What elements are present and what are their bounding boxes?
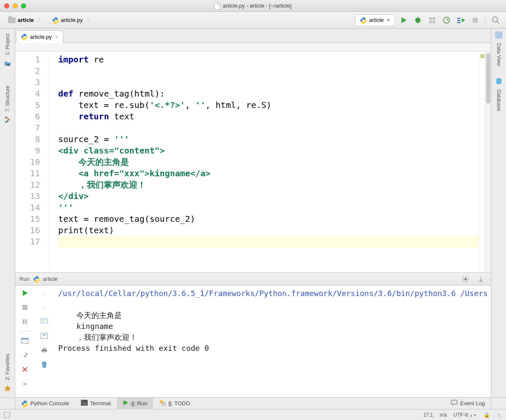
chevron-right-icon: 〉 (38, 16, 43, 24)
run-hide-icon[interactable]: ⤓ (475, 273, 487, 285)
file-encoding[interactable]: UTF-8 ▲▼ (454, 412, 477, 418)
window-title: article.py - article - [~/article] (215, 2, 292, 10)
stop-button[interactable] (469, 14, 481, 26)
editor-gutter: 1234567891011121314151617 (15, 51, 50, 272)
close-window-button[interactable] (4, 3, 9, 8)
python-file-icon (21, 33, 27, 40)
up-button[interactable]: ↑ (39, 288, 49, 298)
tool-database-tab[interactable]: Database (496, 87, 502, 113)
tool-database-label: Database (496, 89, 502, 111)
toolbar-separator (485, 16, 486, 25)
svg-rect-23 (81, 400, 88, 406)
editor-tab-label: article.py (30, 34, 52, 40)
wrap-button[interactable] (39, 317, 49, 327)
profile-button[interactable] (441, 14, 452, 26)
dropdown-triangle-icon: ▼ (386, 18, 390, 22)
editor-tab-article[interactable]: article.py × (16, 30, 63, 43)
inspector-icon[interactable]: ☺ (497, 412, 502, 418)
tool-structure-tab[interactable]: 7: Structure (5, 83, 11, 114)
run-stdout: 今天的主角是 kingname ，我们掌声欢迎！ (58, 299, 487, 343)
code-editor[interactable]: 1234567891011121314151617 import re def … (15, 51, 491, 272)
layout-button[interactable] (20, 336, 30, 346)
structure-icon[interactable] (4, 116, 11, 124)
svg-rect-17 (43, 348, 46, 350)
trash-button[interactable] (39, 360, 49, 370)
pin-button[interactable] (20, 350, 30, 360)
left-tool-sidebar: 1: Project 7: Structure 2: Favorites (0, 29, 15, 397)
run-right-toolbar: ↑ ↓ (35, 285, 54, 397)
run-settings-icon[interactable] (460, 273, 471, 285)
svg-point-8 (464, 278, 467, 280)
run-button[interactable] (398, 14, 409, 26)
scrollbar-thumb[interactable] (486, 53, 490, 104)
status-bar: 17:1 n/a UTF-8 ▲▼ 🔒 ☺ (0, 409, 506, 420)
print-button[interactable] (39, 345, 49, 355)
tab-run-label: 4: Run (131, 400, 147, 407)
caret-position[interactable]: 17:1 (423, 412, 433, 418)
tab-run[interactable]: 4: Run (117, 398, 153, 409)
center-column: article.py × 1234567891011121314151617 i… (15, 29, 491, 397)
error-stripe[interactable] (479, 51, 485, 272)
tab-python-console[interactable]: Python Console (15, 398, 75, 409)
breadcrumbs: article 〉 article.py 〉 (4, 14, 97, 26)
editor-breadcrumb-strip (15, 43, 491, 51)
concurrent-button[interactable] (455, 14, 467, 26)
run-config-selector[interactable]: article ▼ (355, 14, 395, 26)
lock-icon[interactable]: 🔒 (484, 412, 490, 418)
file-icon (215, 2, 221, 10)
window-controls (4, 3, 26, 8)
svg-rect-11 (25, 319, 27, 324)
debug-button[interactable] (412, 14, 424, 26)
svg-rect-2 (473, 18, 478, 23)
close-run-button[interactable] (20, 364, 30, 374)
pause-button[interactable] (20, 317, 30, 327)
line-separator[interactable]: n/a (440, 412, 447, 418)
code-area[interactable]: import re def remove_tag(html): text = r… (50, 51, 479, 272)
stop-run-button[interactable] (20, 302, 30, 312)
database-icon[interactable] (495, 78, 503, 85)
breadcrumb-file-label: article.py (61, 17, 83, 23)
dataview-icon[interactable] (495, 31, 503, 39)
svg-rect-18 (43, 351, 46, 353)
svg-rect-13 (22, 338, 28, 339)
tool-dataview-tab[interactable]: Data View (496, 40, 502, 68)
tool-favorites-tab[interactable]: 2: Favorites (5, 351, 11, 383)
minimize-window-button[interactable] (13, 3, 18, 8)
tab-todo[interactable]: 6: TODO (153, 398, 196, 409)
svg-rect-4 (7, 64, 9, 66)
coverage-button[interactable] (426, 14, 438, 26)
status-toggle-button[interactable] (4, 412, 10, 418)
favorites-star-icon[interactable] (4, 385, 11, 392)
python-icon (33, 276, 40, 283)
scroll-button[interactable] (39, 331, 49, 341)
svg-rect-20 (43, 361, 45, 362)
breadcrumb-project[interactable]: article 〉 (4, 14, 48, 26)
run-command-line: /usr/local/Cellar/python/3.6.5_1/Framewo… (58, 288, 487, 299)
toolbar-separator (19, 331, 31, 331)
breadcrumb-project-label: article (18, 17, 34, 23)
down-button[interactable]: ↓ (39, 302, 49, 312)
tab-event-log-label: Event Log (460, 400, 485, 407)
more-button[interactable]: » (20, 379, 30, 389)
vertical-scrollbar[interactable] (485, 51, 491, 272)
close-tab-icon[interactable]: × (55, 34, 59, 40)
run-header: Run article ⤓ (15, 273, 491, 285)
run-icon (123, 400, 129, 407)
tool-project-label: 1: Project (5, 34, 11, 55)
chevron-right-icon: 〉 (86, 16, 92, 24)
rerun-button[interactable] (20, 288, 30, 298)
svg-rect-14 (41, 319, 48, 323)
zoom-window-button[interactable] (21, 3, 26, 8)
tool-project-tab[interactable]: 1: Project (5, 31, 11, 58)
event-log-icon (451, 400, 458, 407)
search-everywhere-button[interactable] (490, 14, 502, 26)
run-left-toolbar: » (15, 285, 35, 397)
right-tool-sidebar: Data View Database (491, 29, 506, 397)
project-icon[interactable] (4, 59, 11, 67)
run-output[interactable]: /usr/local/Cellar/python/3.6.5_1/Framewo… (54, 285, 491, 397)
breadcrumb-file[interactable]: article.py 〉 (48, 14, 97, 26)
window-title-text: article.py - article - [~/article] (223, 3, 292, 9)
tab-event-log[interactable]: Event Log (445, 398, 491, 409)
main-area: 1: Project 7: Structure 2: Favorites (0, 29, 506, 397)
tab-terminal[interactable]: Terminal (75, 398, 117, 409)
